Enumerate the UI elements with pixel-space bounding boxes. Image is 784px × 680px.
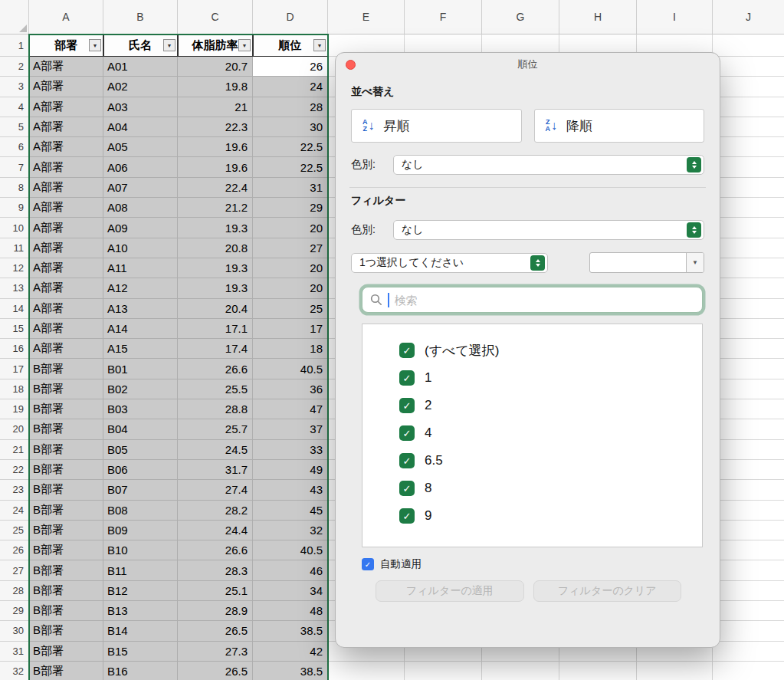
cell[interactable]: A15 [103, 339, 178, 359]
cell[interactable]: B部署 [29, 460, 103, 480]
filter-list-item[interactable]: 2 [399, 392, 702, 419]
cell[interactable]: 40.5 [253, 540, 328, 560]
checkbox-checked-icon[interactable] [399, 425, 415, 441]
cell[interactable] [713, 178, 784, 198]
cell[interactable]: 29 [253, 198, 328, 218]
filter-dropdown-icon[interactable]: ▼ [163, 39, 175, 51]
cell[interactable] [637, 662, 713, 680]
cell[interactable]: B部署 [29, 501, 103, 521]
cell[interactable]: B部署 [29, 581, 103, 601]
cell[interactable]: 24.5 [178, 440, 253, 460]
table-header-cell[interactable]: 部署▼ [29, 34, 103, 57]
cell[interactable]: A11 [103, 258, 178, 278]
cell[interactable] [559, 662, 637, 680]
row-header[interactable]: 4 [0, 97, 29, 117]
cell[interactable] [713, 560, 784, 580]
cell[interactable]: 28.8 [178, 399, 253, 419]
cell[interactable]: B03 [103, 399, 178, 419]
cell[interactable]: 20.8 [178, 238, 253, 258]
cell[interactable]: 37 [253, 419, 328, 439]
cell[interactable]: A部署 [29, 57, 103, 77]
cell[interactable]: A部署 [29, 198, 103, 218]
cell[interactable] [713, 258, 784, 278]
chevron-down-icon[interactable]: ▼ [686, 253, 704, 272]
cell[interactable]: A部署 [29, 278, 103, 298]
cell[interactable]: 24 [253, 77, 328, 97]
cell[interactable]: 30 [253, 117, 328, 137]
row-header[interactable]: 1 [0, 34, 29, 57]
cell[interactable]: B11 [103, 560, 178, 580]
cell[interactable]: B部署 [29, 399, 103, 419]
cell[interactable]: A01 [103, 57, 178, 77]
row-header[interactable]: 11 [0, 238, 29, 258]
row-header[interactable]: 3 [0, 77, 29, 97]
cell[interactable] [328, 662, 405, 680]
cell[interactable]: B部署 [29, 662, 103, 680]
cell[interactable]: 47 [253, 399, 328, 419]
cell[interactable] [713, 34, 784, 57]
checkbox-checked-icon[interactable] [399, 481, 415, 496]
cell[interactable]: B04 [103, 419, 178, 439]
auto-apply-row[interactable]: 自動適用 [362, 557, 704, 571]
cell[interactable]: 28 [253, 97, 328, 117]
sort-color-dropdown[interactable]: なし [393, 155, 704, 175]
cell[interactable]: 38.5 [253, 662, 328, 680]
cell[interactable] [713, 399, 784, 419]
cell[interactable] [713, 77, 784, 97]
filter-color-dropdown[interactable]: なし [393, 220, 704, 240]
filter-list-item[interactable]: 9 [399, 502, 702, 530]
cell[interactable] [713, 137, 784, 157]
cell[interactable]: 20.4 [178, 299, 253, 319]
row-header[interactable]: 19 [0, 399, 29, 419]
cell[interactable]: 26.5 [178, 621, 253, 641]
cell[interactable]: 46 [253, 560, 328, 580]
cell[interactable]: 31 [253, 178, 328, 198]
checkbox-checked-icon[interactable] [399, 370, 415, 386]
cell[interactable]: 34 [253, 581, 328, 601]
table-header-cell[interactable]: 順位▼ [253, 34, 328, 57]
cell[interactable]: 20.7 [178, 57, 253, 77]
filter-value-combobox[interactable]: ▼ [589, 252, 704, 273]
cell[interactable]: 20 [253, 278, 328, 298]
checkbox-checked-icon[interactable] [362, 558, 374, 570]
row-header[interactable]: 6 [0, 137, 29, 157]
row-header[interactable]: 21 [0, 440, 29, 460]
row-header[interactable]: 27 [0, 560, 29, 580]
cell[interactable]: 21 [178, 97, 253, 117]
filter-list-item[interactable]: 4 [399, 419, 702, 447]
column-header-B[interactable]: B [103, 0, 178, 34]
cell[interactable] [713, 501, 784, 521]
row-header[interactable]: 26 [0, 540, 29, 560]
search-field[interactable] [362, 287, 703, 313]
cell[interactable]: B01 [103, 359, 178, 379]
cell[interactable]: 19.6 [178, 157, 253, 177]
cell[interactable] [482, 662, 559, 680]
cell[interactable]: B部署 [29, 480, 103, 500]
row-header[interactable]: 22 [0, 460, 29, 480]
cell[interactable]: B部署 [29, 560, 103, 580]
checkbox-checked-icon[interactable] [399, 398, 415, 413]
cell[interactable]: A04 [103, 117, 178, 137]
cell[interactable]: 26 [253, 57, 328, 77]
cell[interactable]: A部署 [29, 319, 103, 339]
cell[interactable]: 17 [253, 319, 328, 339]
cell[interactable]: 19.3 [178, 218, 253, 238]
row-header[interactable]: 29 [0, 601, 29, 621]
cell[interactable] [713, 540, 784, 560]
cell[interactable]: 19.3 [178, 258, 253, 278]
cell[interactable]: B08 [103, 501, 178, 521]
cell[interactable]: 40.5 [253, 359, 328, 379]
cell[interactable]: 42 [253, 642, 328, 662]
cell[interactable]: A05 [103, 137, 178, 157]
cell[interactable]: 32 [253, 521, 328, 540]
cell[interactable] [713, 218, 784, 238]
cell[interactable]: 31.7 [178, 460, 253, 480]
cell[interactable]: A07 [103, 178, 178, 198]
cell[interactable] [713, 278, 784, 298]
cell[interactable]: B16 [103, 662, 178, 680]
cell[interactable]: 26.6 [178, 359, 253, 379]
cell[interactable]: B部署 [29, 359, 103, 379]
cell[interactable]: 25.5 [178, 379, 253, 399]
cell[interactable]: A部署 [29, 137, 103, 157]
cell[interactable]: A02 [103, 77, 178, 97]
